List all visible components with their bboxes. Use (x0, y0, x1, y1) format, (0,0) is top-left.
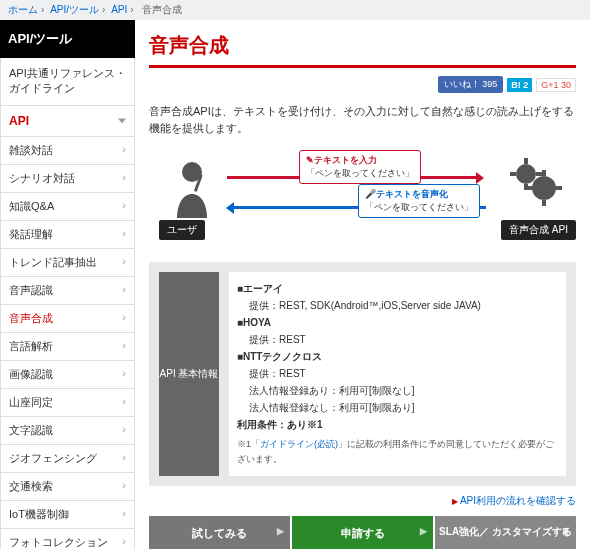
svg-rect-12 (526, 186, 532, 190)
cta-row: 試してみる 申請する SLA強化／ カスタマイズする (149, 516, 576, 549)
cta-apply[interactable]: 申請する (292, 516, 433, 549)
svg-rect-10 (542, 170, 546, 176)
sidebar-item[interactable]: 音声認識 (0, 277, 135, 305)
sidebar-acc-api[interactable]: API (0, 106, 135, 137)
svg-rect-5 (524, 158, 528, 164)
svg-rect-8 (536, 172, 542, 176)
diagram-input-tip: ✎テキストを入力「ペンを取ってください」 (299, 150, 421, 184)
sidebar-item[interactable]: 知識Q&A (0, 193, 135, 221)
content: 音声合成 いいね！ 395 B! 2 G+1 30 音声合成APIは、テキストを… (135, 20, 590, 549)
crumb-api[interactable]: API (111, 4, 127, 15)
crumb-tools[interactable]: API/ツール (50, 4, 99, 15)
user-icon (167, 158, 217, 218)
flow-diagram: ユーザ 音声合成 API ✎テキストを入力「ペンを取ってください」 🎤テキストを… (149, 148, 576, 248)
svg-rect-11 (542, 200, 546, 206)
sidebar-ref-link[interactable]: API共通リファレンス・ガイドライン (0, 58, 135, 106)
hatena-button[interactable]: B! 2 (507, 78, 532, 92)
sidebar-item[interactable]: 山座同定 (0, 389, 135, 417)
sidebar-item[interactable]: 文字認識 (0, 417, 135, 445)
api-info-content: ■エーアイ提供：REST, SDK(Android™,iOS,Server si… (229, 272, 566, 476)
sidebar-item[interactable]: 発話理解 (0, 221, 135, 249)
crumb-current: 音声合成 (142, 4, 182, 15)
page-description: 音声合成APIは、テキストを受け付け、その入力に対して自然な感じの読み上げをする… (149, 103, 576, 136)
api-info-label: API 基本情報 (159, 272, 219, 476)
sidebar-item[interactable]: フォトコレクション (0, 529, 135, 549)
sidebar-item[interactable]: 音声合成 (0, 305, 135, 333)
sidebar-item[interactable]: 言語解析 (0, 333, 135, 361)
sidebar-item[interactable]: ジオフェンシング (0, 445, 135, 473)
sidebar-item[interactable]: トレンド記事抽出 (0, 249, 135, 277)
gplus-button[interactable]: G+1 30 (536, 78, 576, 92)
diagram-api-label: 音声合成 API (501, 220, 576, 240)
flow-link[interactable]: API利用の流れを確認する (149, 494, 576, 508)
svg-rect-7 (510, 172, 516, 176)
cta-sla[interactable]: SLA強化／ カスタマイズする (435, 516, 576, 549)
sidebar-item[interactable]: IoT機器制御 (0, 501, 135, 529)
svg-point-9 (532, 176, 556, 200)
fb-like-button[interactable]: いいね！ 395 (438, 76, 504, 93)
gear-icon (506, 154, 562, 210)
sidebar-item[interactable]: 雑談対話 (0, 137, 135, 165)
cta-try[interactable]: 試してみる (149, 516, 290, 549)
social-bar: いいね！ 395 B! 2 G+1 30 (149, 76, 576, 93)
crumb-home[interactable]: ホーム (8, 4, 38, 15)
sidebar-item[interactable]: 交通検索 (0, 473, 135, 501)
sidebar-item[interactable]: シナリオ対話 (0, 165, 135, 193)
diagram-user-label: ユーザ (159, 220, 205, 240)
sidebar: API/ツール API共通リファレンス・ガイドライン API 雑談対話シナリオ対… (0, 20, 135, 549)
page-title: 音声合成 (149, 32, 576, 68)
breadcrumb: ホーム› API/ツール› API› 音声合成 (0, 0, 590, 20)
sidebar-header: API/ツール (0, 20, 135, 58)
sidebar-item[interactable]: 画像認識 (0, 361, 135, 389)
api-info-box: API 基本情報 ■エーアイ提供：REST, SDK(Android™,iOS,… (149, 262, 576, 486)
diagram-output-tip: 🎤テキストを音声化「ペンを取ってください」 (358, 184, 480, 218)
svg-point-4 (516, 164, 536, 184)
svg-rect-13 (556, 186, 562, 190)
